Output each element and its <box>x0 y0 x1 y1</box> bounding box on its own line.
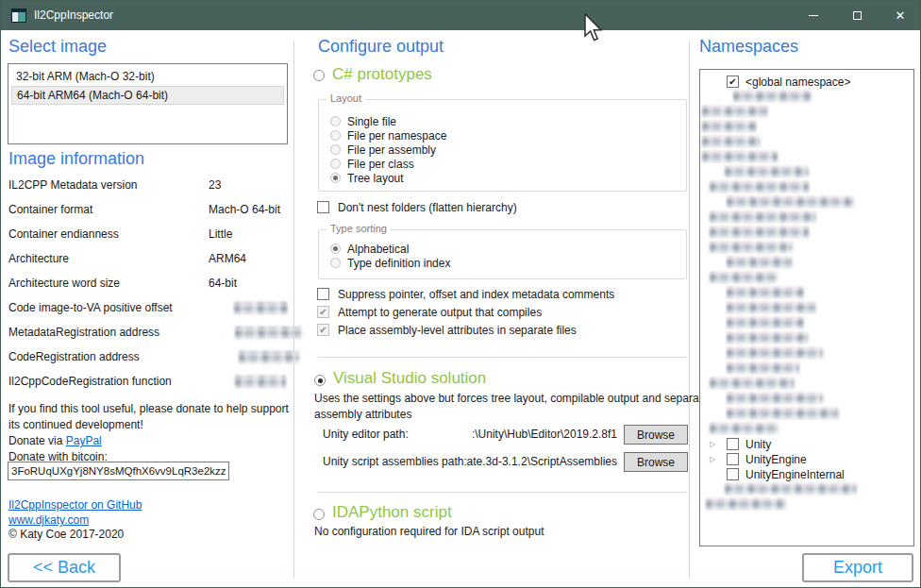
idapython-script-radio[interactable] <box>313 509 325 520</box>
suppress-metadata-comments-label[interactable]: Suppress pointer, offset and index metad… <box>338 288 614 301</box>
info-label: CodeRegistration address <box>8 350 140 363</box>
right-column-separator <box>689 41 690 579</box>
namespace-item-redacted[interactable] <box>710 227 809 238</box>
paypal-link[interactable]: PayPal <box>66 434 102 447</box>
namespace-item-redacted[interactable] <box>702 136 761 147</box>
layout-file-per-class-radio[interactable] <box>330 159 341 169</box>
namespace-item-redacted[interactable] <box>710 211 816 223</box>
browse-script-assemblies-button[interactable]: Browse <box>624 452 688 472</box>
namespace-item-redacted[interactable] <box>727 287 804 298</box>
titlebar[interactable]: Il2CppInspector <box>1 1 920 30</box>
csharp-prototypes-label[interactable]: C# prototypes <box>332 65 432 84</box>
unityengineinternal-checkbox[interactable] <box>727 468 739 480</box>
namespace-item-redacted[interactable] <box>725 483 857 495</box>
layout-single-file-label[interactable]: Single file <box>347 115 396 128</box>
layout-file-per-class-label[interactable]: File per class <box>347 158 414 171</box>
info-value: Little <box>209 227 232 241</box>
section-separator <box>318 492 687 493</box>
namespace-item-redacted[interactable] <box>710 181 809 193</box>
flatten-hierarchy-checkbox[interactable] <box>317 201 329 213</box>
image-list-item[interactable]: 32-bit ARM (Mach-O 32-bit) <box>11 67 284 86</box>
unity-checkbox[interactable] <box>727 438 739 450</box>
assembly-attributes-separate-files-checkbox[interactable]: ✔ <box>317 324 329 336</box>
assembly-attributes-separate-files-label[interactable]: Place assembly-level attributes in separ… <box>338 324 577 337</box>
info-value: 64-bit <box>209 277 237 290</box>
redacted-value <box>235 376 286 388</box>
image-information-heading: Image information <box>8 149 144 169</box>
generate-compilable-output-checkbox[interactable]: ✔ <box>317 306 329 318</box>
maximize-icon <box>853 11 862 20</box>
global-namespace-label[interactable]: <global namespace> <box>745 76 850 89</box>
namespace-item-redacted[interactable] <box>710 423 779 434</box>
close-button[interactable]: ✕ <box>879 1 921 30</box>
maximize-button[interactable] <box>835 1 879 30</box>
info-label: Architecture word size <box>8 277 120 290</box>
sorting-alphabetical-label[interactable]: Alphabetical <box>347 243 409 256</box>
namespace-item-redacted[interactable] <box>702 151 778 162</box>
layout-tree-layout-label[interactable]: Tree layout <box>347 172 404 185</box>
visual-studio-solution-label[interactable]: Visual Studio solution <box>333 369 486 388</box>
website-link[interactable]: www.djkaty.com <box>8 513 89 527</box>
sorting-type-definition-index-label[interactable]: Type definition index <box>347 257 450 270</box>
namespace-item-redacted[interactable] <box>702 121 757 132</box>
namespace-item-redacted[interactable] <box>702 106 768 117</box>
github-link[interactable]: Il2CppInspector on GitHub <box>8 498 142 512</box>
unityengine-checkbox[interactable] <box>727 453 739 465</box>
layout-file-per-assembly-radio[interactable] <box>330 144 341 155</box>
namespace-item-redacted[interactable] <box>727 317 804 328</box>
browse-unity-editor-button[interactable]: Browse <box>624 425 688 445</box>
layout-file-per-assembly-label[interactable]: File per assembly <box>347 143 436 157</box>
app-icon <box>11 8 26 23</box>
idapython-script-label[interactable]: IDAPython script <box>332 503 452 522</box>
namespace-item-redacted[interactable] <box>710 242 793 253</box>
layout-tree-layout-radio[interactable] <box>330 173 341 183</box>
namespace-item-redacted[interactable] <box>725 166 809 177</box>
generate-compilable-output-label[interactable]: Attempt to generate output that compiles <box>338 306 542 319</box>
layout-file-per-namespace-label[interactable]: File per namespace <box>347 129 446 143</box>
namespace-item-redacted[interactable] <box>727 408 839 419</box>
namespace-item-redacted[interactable] <box>706 498 786 510</box>
image-list-item-selected[interactable]: 64-bit ARM64 (Mach-O 64-bit) <box>11 86 284 105</box>
namespace-item-redacted[interactable] <box>727 332 809 344</box>
namespace-item-redacted[interactable] <box>727 257 793 268</box>
namespaces-listbox: ✔ <global namespace> ▷ Unity ▷ UnityEngi… <box>699 69 914 546</box>
checkmark-icon: ✔ <box>319 325 327 335</box>
csharp-prototypes-radio[interactable] <box>313 70 325 81</box>
sorting-alphabetical-radio[interactable] <box>330 244 341 254</box>
global-namespace-checkbox[interactable]: ✔ <box>727 76 739 88</box>
flatten-hierarchy-label[interactable]: Don't nest folders (flatten hierarchy) <box>338 201 517 214</box>
unityengineinternal-label[interactable]: UnityEngineInternal <box>745 468 845 481</box>
namespace-item-redacted[interactable] <box>727 362 799 374</box>
expander-icon[interactable]: ▷ <box>710 440 715 448</box>
info-row: Il2CppCodeRegistration function <box>8 375 290 399</box>
info-label: MetadataRegistration address <box>8 326 159 339</box>
expander-icon[interactable]: ▷ <box>710 455 715 463</box>
layout-group-label: Layout <box>327 92 365 104</box>
copyright-text: © Katy Coe 2017-2020 <box>8 528 124 541</box>
visual-studio-solution-radio[interactable] <box>314 375 326 386</box>
namespace-item-redacted[interactable] <box>710 378 795 389</box>
minimize-button[interactable] <box>792 1 835 30</box>
namespace-item-redacted[interactable] <box>733 91 812 102</box>
namespace-item-redacted[interactable] <box>710 272 778 283</box>
export-button[interactable]: Export <box>802 553 913 582</box>
info-label: Architecture <box>8 252 69 265</box>
donate-paypal-line: Donate via PayPal <box>8 433 293 449</box>
unity-editor-path-label: Unity editor path: <box>323 428 409 441</box>
layout-file-per-namespace-radio[interactable] <box>330 130 341 141</box>
layout-single-file-radio[interactable] <box>330 116 341 126</box>
unityengine-label[interactable]: UnityEngine <box>745 453 807 466</box>
bitcoin-address-input[interactable] <box>8 462 229 480</box>
namespace-item-redacted[interactable] <box>727 196 854 208</box>
namespace-item-redacted[interactable] <box>727 302 816 313</box>
image-listbox: 32-bit ARM (Mach-O 32-bit) 64-bit ARM64 … <box>8 63 288 144</box>
unity-editor-path-value: :\Unity\Hub\Editor\2019.2.8f1 <box>472 428 617 441</box>
unity-label[interactable]: Unity <box>745 438 771 451</box>
suppress-metadata-comments-checkbox[interactable] <box>317 288 329 300</box>
info-row: Container endiannessLittle <box>8 227 290 252</box>
namespace-item-redacted[interactable] <box>727 393 823 404</box>
namespace-item-redacted[interactable] <box>727 347 823 359</box>
sorting-type-definition-index-radio[interactable] <box>330 258 341 268</box>
back-button[interactable]: << Back <box>8 553 121 582</box>
info-row: Architecture word size64-bit <box>8 277 290 301</box>
